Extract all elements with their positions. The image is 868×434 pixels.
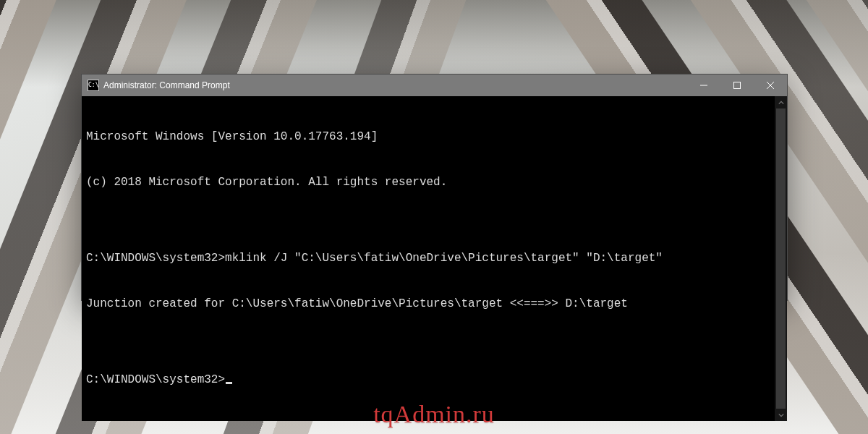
scrollbar-track[interactable] xyxy=(775,109,787,409)
terminal-output[interactable]: Microsoft Windows [Version 10.0.17763.19… xyxy=(82,96,775,421)
terminal-line: Junction created for C:\Users\fatiw\OneD… xyxy=(86,297,770,312)
scroll-up-button[interactable] xyxy=(775,96,787,109)
chevron-up-icon xyxy=(778,100,784,106)
desktop-background: C:\ Administrator: Command Prompt Micros… xyxy=(0,0,868,434)
terminal-line: (c) 2018 Microsoft Corporation. All righ… xyxy=(86,175,770,190)
close-icon xyxy=(767,82,774,89)
titlebar[interactable]: C:\ Administrator: Command Prompt xyxy=(82,75,787,96)
terminal-prompt: C:\WINDOWS\system32> xyxy=(86,373,225,386)
window-title: Administrator: Command Prompt xyxy=(103,80,230,90)
close-button[interactable] xyxy=(754,75,787,96)
minimize-button[interactable] xyxy=(687,75,720,96)
maximize-button[interactable] xyxy=(720,75,754,96)
scrollbar-thumb[interactable] xyxy=(776,109,786,409)
command-prompt-window: C:\ Administrator: Command Prompt Micros… xyxy=(81,74,788,301)
cursor xyxy=(226,382,232,384)
svg-rect-1 xyxy=(734,82,741,89)
maximize-icon xyxy=(733,82,741,89)
terminal-line: Microsoft Windows [Version 10.0.17763.19… xyxy=(86,129,770,145)
terminal-prompt-line: C:\WINDOWS\system32> xyxy=(86,373,770,388)
scrollbar[interactable] xyxy=(775,96,787,421)
chevron-down-icon xyxy=(778,412,784,418)
cmd-icon: C:\ xyxy=(88,80,99,91)
minimize-icon xyxy=(700,82,707,89)
terminal-line: C:\WINDOWS\system32>mklink /J "C:\Users\… xyxy=(86,251,770,266)
scroll-down-button[interactable] xyxy=(775,409,787,421)
